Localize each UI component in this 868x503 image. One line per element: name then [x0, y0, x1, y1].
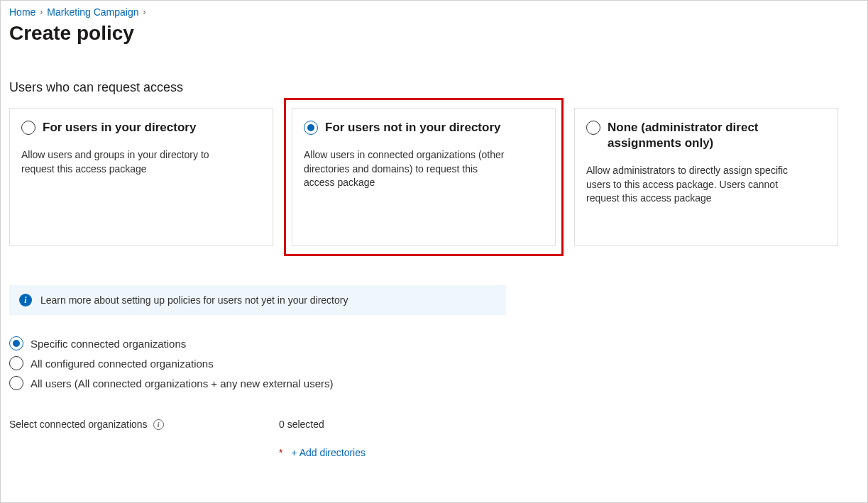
radio-icon	[586, 121, 600, 135]
card-users-in-directory[interactable]: For users in your directory Allow users …	[9, 108, 273, 246]
breadcrumb: Home › Marketing Campaign ›	[9, 6, 859, 18]
radio-label: Specific connected organizations	[31, 338, 186, 350]
info-icon[interactable]: i	[153, 419, 164, 430]
card-title: For users in your directory	[43, 120, 196, 136]
required-asterisk-icon: *	[279, 447, 282, 458]
breadcrumb-home[interactable]: Home	[9, 6, 35, 18]
info-icon: i	[19, 294, 32, 306]
card-description: Allow administrators to directly assign …	[586, 164, 792, 206]
card-users-not-in-directory[interactable]: For users not in your directory Allow us…	[292, 108, 556, 246]
radio-icon	[9, 376, 23, 390]
card-description: Allow users and groups in your directory…	[21, 148, 227, 176]
card-none-admin-only[interactable]: None (administrator direct assignments o…	[574, 108, 838, 246]
request-option-cards: For users in your directory Allow users …	[9, 108, 859, 246]
radio-all-users[interactable]: All users (All connected organizations +…	[9, 376, 859, 390]
select-orgs-label: Select connected organizations	[9, 419, 148, 430]
radio-all-configured-orgs[interactable]: All configured connected organizations	[9, 356, 859, 370]
card-title: For users not in your directory	[325, 120, 501, 136]
radio-icon	[9, 356, 23, 370]
chevron-right-icon: ›	[40, 7, 43, 17]
radio-label: All users (All connected organizations +…	[31, 377, 333, 389]
selected-count: 0 selected	[279, 419, 366, 430]
page-title: Create policy	[9, 22, 859, 45]
breadcrumb-marketing-campaign[interactable]: Marketing Campaign	[47, 6, 138, 18]
radio-specific-connected-orgs[interactable]: Specific connected organizations	[9, 336, 859, 350]
chevron-right-icon: ›	[143, 7, 146, 17]
radio-icon	[304, 121, 318, 135]
select-connected-orgs-row: Select connected organizations i 0 selec…	[9, 419, 859, 458]
card-title: None (administrator direct assignments o…	[608, 120, 826, 151]
info-banner[interactable]: i Learn more about setting up policies f…	[9, 285, 506, 315]
add-directories-row: * + Add directories	[279, 447, 366, 458]
radio-icon	[21, 121, 35, 135]
radio-icon	[9, 336, 23, 350]
scope-radio-group: Specific connected organizations All con…	[9, 336, 859, 390]
info-banner-text: Learn more about setting up policies for…	[40, 294, 348, 306]
card-description: Allow users in connected organizations (…	[304, 148, 510, 190]
radio-label: All configured connected organizations	[31, 358, 214, 370]
add-directories-link[interactable]: + Add directories	[291, 447, 366, 458]
section-users-heading: Users who can request access	[9, 80, 859, 95]
